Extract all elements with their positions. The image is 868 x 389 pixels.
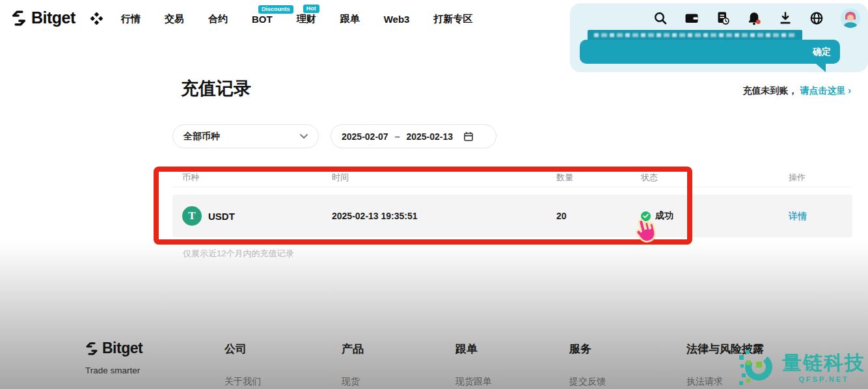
- watermark: 量链科技 QFSP.NET: [738, 345, 865, 388]
- nav-item-copy-trading[interactable]: 跟单: [340, 13, 360, 25]
- footer-link-about[interactable]: 关于我们: [224, 376, 261, 388]
- watermark-site: QFSP.NET: [798, 375, 849, 383]
- download-icon[interactable]: [778, 11, 793, 25]
- footer-brand-logo: Bitget: [85, 340, 142, 357]
- nav-label: BOT: [252, 14, 273, 25]
- nav-item-earn[interactable]: Hot 理财: [297, 13, 316, 25]
- status-text: 成功: [655, 210, 673, 222]
- nav-label: 理财: [297, 13, 316, 24]
- date-start: 2025-02-07: [342, 131, 388, 142]
- table-footnote: 仅展示近12个月内的充值记录: [183, 248, 293, 260]
- status-cell: 成功: [641, 210, 789, 222]
- brand-name: Bitget: [31, 8, 75, 27]
- footer-tagline: Trade smarter: [85, 366, 140, 375]
- tether-icon: T: [182, 206, 202, 226]
- nav-item-trade[interactable]: 交易: [165, 13, 184, 25]
- page: Bitget 行情 交易 合约 Discounts BOT Hot 理财 跟单 …: [0, 0, 868, 389]
- globe-icon[interactable]: [809, 11, 824, 25]
- footer-link-feedback[interactable]: 提交反馈: [569, 376, 606, 388]
- deposit-not-arrived: 充值未到账， 请点击这里 ›: [742, 85, 851, 97]
- col-time: 时间: [332, 172, 556, 183]
- success-check-icon: [641, 211, 651, 221]
- footer-link-spot[interactable]: 现货: [342, 376, 364, 388]
- page-title: 充值记录: [181, 77, 251, 100]
- date-end: 2025-02-13: [406, 131, 453, 142]
- wallet-icon[interactable]: [685, 11, 699, 25]
- footer-col-title: 公司: [224, 342, 261, 356]
- coin-name: USDT: [208, 211, 235, 222]
- date-separator: –: [395, 131, 400, 142]
- col-amount: 数量: [556, 172, 641, 183]
- header-icons: [653, 8, 860, 28]
- watermark-name: 量链科技: [782, 350, 865, 377]
- coin-cell: T USDT: [172, 206, 332, 226]
- date-range-picker[interactable]: 2025-02-07 – 2025-02-13: [331, 124, 496, 148]
- chevron-down-icon: [300, 134, 308, 139]
- apps-diamond-icon[interactable]: [90, 12, 103, 27]
- time-cell: 2025-02-13 19:35:51: [332, 211, 556, 221]
- brand-logo[interactable]: Bitget: [10, 8, 75, 27]
- nav-label: Web3: [384, 14, 410, 25]
- deposit-not-arrived-text: 充值未到账，: [742, 85, 797, 97]
- tooltip-obscured-text: [588, 30, 802, 40]
- footer-col-title: 跟单: [455, 342, 492, 356]
- amount-cell: 20: [556, 211, 641, 221]
- footer-col-title: 产品: [342, 342, 364, 356]
- nav-label: 行情: [121, 13, 141, 24]
- bitget-logo-icon: [85, 342, 99, 356]
- discounts-badge: Discounts: [258, 5, 293, 14]
- confirm-button[interactable]: 确定: [813, 40, 831, 64]
- nav-item-launchpad[interactable]: 打新专区: [433, 13, 472, 25]
- footer-col-copy-trading: 跟单 现货跟单: [455, 342, 492, 388]
- hot-badge: Hot: [303, 5, 319, 13]
- deposit-help-link[interactable]: 请点击这里 ›: [800, 85, 851, 97]
- tooltip-bubble: 确定: [580, 40, 840, 64]
- footer-col-products: 产品 现货: [342, 342, 364, 388]
- col-coin: 币种: [172, 172, 332, 183]
- col-action: 操作: [789, 172, 852, 183]
- main-nav: 行情 交易 合约 Discounts BOT Hot 理财 跟单 Web3 打新…: [121, 0, 472, 38]
- nav-item-web3[interactable]: Web3: [384, 14, 410, 25]
- nav-item-markets[interactable]: 行情: [121, 13, 141, 25]
- watermark-logo-icon: [738, 345, 778, 388]
- details-link[interactable]: 详情: [789, 211, 807, 221]
- bell-icon[interactable]: [747, 11, 761, 25]
- coin-filter-select[interactable]: 全部币种: [172, 124, 319, 148]
- footer-col-company: 公司 关于我们: [224, 342, 261, 388]
- nav-label: 打新专区: [433, 13, 472, 24]
- footer-brand-name: Bitget: [102, 340, 142, 357]
- bitget-logo-icon: [10, 10, 27, 27]
- footer-link-spot-copy[interactable]: 现货跟单: [455, 376, 492, 388]
- avatar[interactable]: [841, 8, 860, 28]
- table-row[interactable]: T USDT 2025-02-13 19:35:51 20 成功 详情: [172, 194, 852, 237]
- footer-col-title: 服务: [569, 342, 606, 356]
- orders-icon[interactable]: [716, 11, 730, 25]
- nav-item-bot[interactable]: Discounts BOT: [252, 14, 273, 25]
- nav-label: 合约: [208, 13, 228, 24]
- nav-label: 跟单: [340, 13, 360, 24]
- coin-filter-value: 全部币种: [183, 131, 220, 142]
- nav-item-futures[interactable]: 合约: [208, 13, 228, 25]
- table-header: 币种 时间 数量 状态 操作: [172, 168, 852, 187]
- search-icon[interactable]: [653, 11, 668, 25]
- col-status: 状态: [641, 172, 789, 183]
- footer-col-services: 服务 提交反馈: [569, 342, 606, 388]
- calendar-icon: [463, 131, 474, 142]
- nav-label: 交易: [165, 13, 184, 24]
